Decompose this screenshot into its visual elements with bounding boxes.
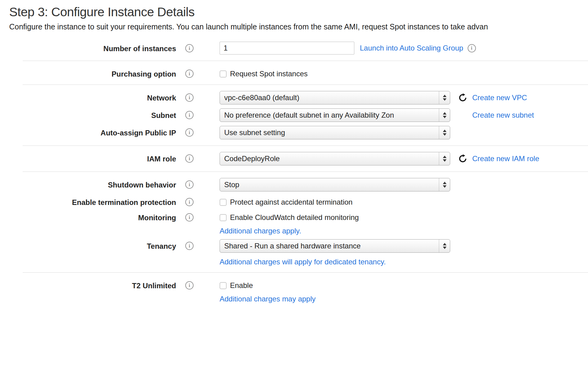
row-subnet: Subnet No preference (default subnet in … [0, 108, 588, 122]
create-new-vpc-link[interactable]: Create new VPC [472, 93, 527, 102]
refresh-icon [458, 93, 467, 102]
tenancy-label: Tenancy [0, 239, 176, 251]
t2-unlimited-checkbox[interactable] [220, 282, 227, 289]
purchasing-option-info-icon[interactable] [185, 70, 194, 78]
select-arrows-icon [439, 152, 450, 165]
row-iam-role: IAM role CodeDeployRole Create new IAM r… [0, 152, 588, 165]
purchasing-option-label: Purchasing option [0, 67, 176, 78]
select-arrows-icon [439, 109, 450, 122]
auto-assign-public-ip-select[interactable]: Use subnet setting [220, 126, 450, 139]
select-arrows-icon [439, 91, 450, 104]
row-shutdown-behavior: Shutdown behavior Stop [0, 178, 588, 191]
subnet-info-icon[interactable] [185, 111, 194, 119]
divider [23, 272, 588, 273]
t2-unlimited-info-icon[interactable] [185, 281, 194, 289]
network-label: Network [0, 91, 176, 102]
termination-protection-option[interactable]: Protect against accidental termination [220, 195, 588, 206]
request-spot-instances-option[interactable]: Request Spot instances [220, 67, 588, 78]
launch-into-auto-scaling-group-link[interactable]: Launch into Auto Scaling Group [360, 44, 463, 52]
create-new-subnet-link[interactable]: Create new subnet [472, 111, 534, 119]
termination-protection-info-icon[interactable] [185, 198, 194, 206]
request-spot-instances-checkbox[interactable] [220, 70, 227, 78]
tenancy-additional-charges-link[interactable]: Additional charges will apply for dedica… [220, 258, 386, 266]
monitoring-label: Monitoring [0, 211, 176, 222]
tenancy-select-value: Shared - Run a shared hardware instance [220, 242, 439, 250]
subnet-select-value: No preference (default subnet in any Ava… [220, 111, 439, 119]
select-arrows-icon [439, 240, 450, 252]
row-tenancy: Tenancy Shared - Run a shared hardware i… [0, 239, 588, 266]
number-of-instances-input[interactable] [220, 42, 354, 55]
shutdown-behavior-select[interactable]: Stop [220, 178, 450, 191]
network-info-icon[interactable] [185, 93, 194, 102]
divider [23, 146, 588, 146]
row-purchasing-option: Purchasing option Request Spot instances [0, 67, 588, 78]
network-select[interactable]: vpc-c6e80aa0 (default) [220, 91, 450, 104]
configure-instance-form: Number of instances Launch into Auto Sca… [0, 42, 588, 303]
divider [23, 61, 588, 61]
subnet-select[interactable]: No preference (default subnet in any Ava… [220, 108, 450, 122]
auto-assign-public-ip-select-value: Use subnet setting [220, 128, 439, 137]
termination-protection-label: Enable termination protection [0, 195, 176, 207]
tenancy-info-icon[interactable] [185, 242, 194, 250]
network-select-value: vpc-c6e80aa0 (default) [220, 93, 439, 102]
row-network: Network vpc-c6e80aa0 (default) Create ne… [0, 91, 588, 104]
row-monitoring: Monitoring Enable CloudWatch detailed mo… [0, 211, 588, 235]
row-number-of-instances: Number of instances Launch into Auto Sca… [0, 42, 588, 55]
divider [23, 85, 588, 85]
t2-unlimited-checkbox-label: Enable [230, 281, 253, 290]
refresh-vpc-button[interactable] [458, 93, 467, 102]
refresh-iam-role-button[interactable] [458, 154, 467, 163]
number-of-instances-label: Number of instances [0, 42, 176, 53]
shutdown-behavior-info-icon[interactable] [185, 180, 194, 189]
iam-role-select-value: CodeDeployRole [220, 154, 439, 163]
refresh-icon [458, 154, 467, 163]
select-arrows-icon [439, 178, 450, 191]
shutdown-behavior-select-value: Stop [220, 180, 439, 189]
monitoring-additional-charges-link[interactable]: Additional charges apply. [220, 227, 301, 235]
row-termination-protection: Enable termination protection Protect ag… [0, 195, 588, 207]
auto-assign-public-ip-info-icon[interactable] [185, 128, 194, 137]
auto-scaling-info-icon[interactable] [468, 44, 476, 52]
iam-role-label: IAM role [0, 152, 176, 163]
create-new-iam-role-link[interactable]: Create new IAM role [472, 154, 539, 163]
monitoring-option[interactable]: Enable CloudWatch detailed monitoring [220, 211, 588, 222]
auto-assign-public-ip-label: Auto-assign Public IP [0, 126, 176, 137]
number-of-instances-info-icon[interactable] [185, 44, 194, 52]
iam-role-select[interactable]: CodeDeployRole [220, 152, 450, 165]
termination-protection-checkbox[interactable] [220, 199, 227, 206]
page-title: Step 3: Configure Instance Details [9, 5, 588, 19]
page-header: Step 3: Configure Instance Details Confi… [0, 0, 588, 31]
tenancy-select[interactable]: Shared - Run a shared hardware instance [220, 239, 450, 253]
row-auto-assign-public-ip: Auto-assign Public IP Use subnet setting [0, 126, 588, 139]
page-subtitle: Configure the instance to suit your requ… [9, 22, 588, 31]
t2-unlimited-additional-charges-link[interactable]: Additional charges may apply [220, 295, 316, 303]
divider [23, 172, 588, 172]
monitoring-checkbox[interactable] [220, 214, 227, 221]
t2-unlimited-label: T2 Unlimited [0, 279, 176, 290]
iam-role-info-icon[interactable] [185, 154, 194, 163]
subnet-label: Subnet [0, 108, 176, 120]
request-spot-instances-label: Request Spot instances [230, 70, 308, 78]
row-t2-unlimited: T2 Unlimited Enable Additional charges m… [0, 279, 588, 303]
shutdown-behavior-label: Shutdown behavior [0, 178, 176, 189]
monitoring-checkbox-label: Enable CloudWatch detailed monitoring [230, 213, 359, 222]
monitoring-info-icon[interactable] [185, 213, 194, 221]
termination-protection-checkbox-label: Protect against accidental termination [230, 198, 352, 206]
t2-unlimited-option[interactable]: Enable [220, 279, 588, 290]
select-arrows-icon [439, 126, 450, 139]
